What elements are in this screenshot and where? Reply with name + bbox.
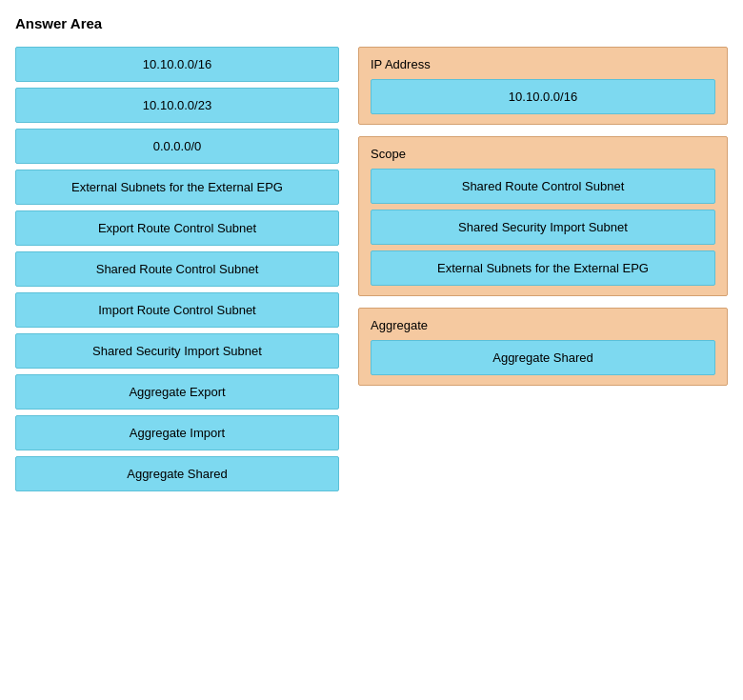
- drag-item-3[interactable]: 0.0.0.0/0: [15, 129, 339, 164]
- scope-title: Scope: [371, 147, 715, 161]
- drag-item-6[interactable]: Shared Route Control Subnet: [15, 251, 339, 287]
- drag-item-7[interactable]: Import Route Control Subnet: [15, 292, 339, 328]
- ip-address-title: IP Address: [371, 57, 715, 71]
- drag-item-1[interactable]: 10.10.0.0/16: [15, 47, 339, 82]
- right-column: IP Address 10.10.0.0/16 Scope Shared Rou…: [358, 47, 728, 386]
- ip-address-section: IP Address 10.10.0.0/16: [358, 47, 728, 125]
- drag-item-11[interactable]: Aggregate Shared: [15, 456, 339, 491]
- left-column: 10.10.0.0/16 10.10.0.0/23 0.0.0.0/0 Exte…: [15, 47, 339, 491]
- drag-item-9[interactable]: Aggregate Export: [15, 374, 339, 410]
- page-title: Answer Area: [15, 15, 728, 31]
- aggregate-title: Aggregate: [371, 318, 715, 332]
- scope-item-3[interactable]: External Subnets for the External EPG: [371, 250, 715, 286]
- scope-item-2[interactable]: Shared Security Import Subnet: [371, 210, 715, 245]
- drag-item-4[interactable]: External Subnets for the External EPG: [15, 170, 339, 205]
- aggregate-section: Aggregate Aggregate Shared: [358, 308, 728, 386]
- aggregate-item-1[interactable]: Aggregate Shared: [371, 340, 715, 375]
- drag-item-8[interactable]: Shared Security Import Subnet: [15, 333, 339, 369]
- scope-section: Scope Shared Route Control Subnet Shared…: [358, 136, 728, 296]
- drag-item-10[interactable]: Aggregate Import: [15, 415, 339, 450]
- drag-item-5[interactable]: Export Route Control Subnet: [15, 210, 339, 246]
- answer-area: 10.10.0.0/16 10.10.0.0/23 0.0.0.0/0 Exte…: [15, 47, 728, 491]
- ip-address-item-1[interactable]: 10.10.0.0/16: [371, 79, 715, 114]
- drag-item-2[interactable]: 10.10.0.0/23: [15, 88, 339, 123]
- scope-item-1[interactable]: Shared Route Control Subnet: [371, 169, 715, 204]
